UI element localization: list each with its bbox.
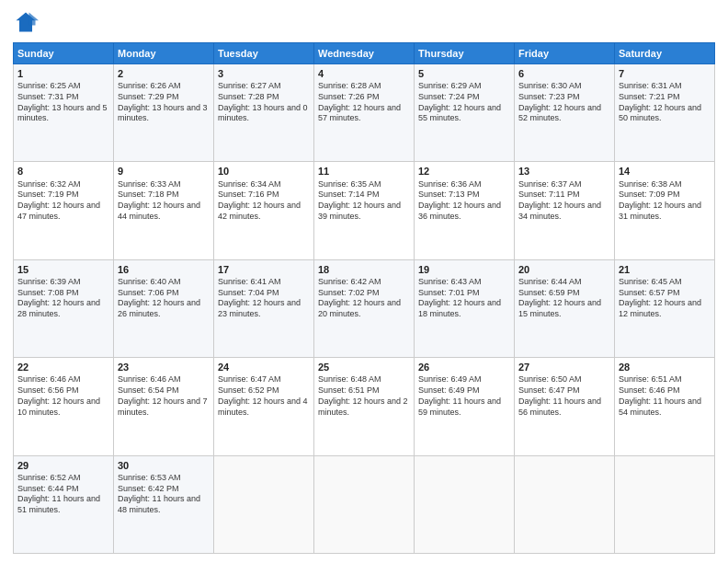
sunrise: Sunrise: 6:48 AM: [318, 374, 381, 384]
page: SundayMondayTuesdayWednesdayThursdayFrid…: [0, 0, 728, 563]
col-header-monday: Monday: [114, 43, 214, 64]
sunset: Sunset: 7:28 PM: [218, 92, 279, 101]
sunrise: Sunrise: 6:47 AM: [218, 374, 281, 384]
sunset: Sunset: 7:01 PM: [418, 288, 480, 297]
day-number: 22: [17, 361, 109, 373]
sunrise: Sunrise: 6:45 AM: [619, 277, 682, 286]
col-header-friday: Friday: [515, 43, 615, 64]
day-number: 17: [218, 263, 310, 276]
day-number: 27: [518, 361, 610, 373]
daylight: Daylight: 11 hours and 54 minutes.: [619, 396, 701, 417]
sunset: Sunset: 7:16 PM: [218, 190, 279, 199]
calendar-cell: 22Sunrise: 6:46 AMSunset: 6:56 PMDayligh…: [14, 358, 114, 455]
sunrise: Sunrise: 6:52 AM: [17, 473, 81, 482]
logo: [13, 9, 42, 35]
col-header-tuesday: Tuesday: [214, 43, 314, 64]
day-number: 21: [619, 263, 711, 276]
calendar-cell: [415, 455, 515, 553]
daylight: Daylight: 12 hours and 36 minutes.: [418, 201, 501, 221]
calendar-cell: 20Sunrise: 6:44 AMSunset: 6:59 PMDayligh…: [515, 259, 615, 357]
sunset: Sunset: 6:42 PM: [118, 484, 179, 493]
day-number: 6: [518, 67, 610, 80]
daylight: Daylight: 13 hours and 5 minutes.: [17, 103, 108, 123]
sunrise: Sunrise: 6:50 AM: [518, 374, 582, 384]
day-number: 14: [619, 165, 711, 178]
calendar-cell: 25Sunrise: 6:48 AMSunset: 6:51 PMDayligh…: [314, 358, 415, 455]
day-number: 30: [118, 459, 210, 472]
sunrise: Sunrise: 6:35 AM: [318, 179, 381, 189]
calendar-cell: 12Sunrise: 6:36 AMSunset: 7:13 PMDayligh…: [415, 162, 515, 259]
sunrise: Sunrise: 6:46 AM: [118, 374, 181, 384]
sunrise: Sunrise: 6:41 AM: [218, 277, 281, 286]
day-number: 2: [118, 67, 210, 80]
svg-marker-1: [29, 13, 40, 26]
daylight: Daylight: 12 hours and 23 minutes.: [218, 298, 301, 318]
daylight: Daylight: 12 hours and 20 minutes.: [318, 298, 401, 318]
day-number: 20: [518, 263, 610, 276]
daylight: Daylight: 12 hours and 4 minutes.: [218, 396, 308, 417]
daylight: Daylight: 11 hours and 51 minutes.: [17, 494, 100, 514]
daylight: Daylight: 11 hours and 59 minutes.: [418, 396, 501, 417]
calendar-cell: 8Sunrise: 6:32 AMSunset: 7:19 PMDaylight…: [14, 162, 114, 259]
day-number: 28: [619, 361, 711, 373]
daylight: Daylight: 12 hours and 42 minutes.: [218, 201, 301, 221]
daylight: Daylight: 12 hours and 44 minutes.: [118, 201, 200, 221]
daylight: Daylight: 13 hours and 3 minutes.: [118, 103, 208, 123]
calendar-cell: 9Sunrise: 6:33 AMSunset: 7:18 PMDaylight…: [114, 162, 214, 259]
sunrise: Sunrise: 6:31 AM: [619, 81, 682, 90]
col-header-sunday: Sunday: [14, 43, 114, 64]
sunrise: Sunrise: 6:51 AM: [619, 374, 682, 384]
day-number: 8: [17, 165, 109, 178]
calendar-cell: 6Sunrise: 6:30 AMSunset: 7:23 PMDaylight…: [515, 64, 615, 162]
calendar-cell: 7Sunrise: 6:31 AMSunset: 7:21 PMDaylight…: [615, 64, 715, 162]
day-number: 5: [418, 67, 510, 80]
sunset: Sunset: 6:46 PM: [619, 385, 680, 395]
day-number: 9: [118, 165, 210, 178]
calendar-row: 1Sunrise: 6:25 AMSunset: 7:31 PMDaylight…: [14, 64, 715, 162]
sunset: Sunset: 7:24 PM: [418, 92, 480, 101]
daylight: Daylight: 12 hours and 26 minutes.: [118, 298, 200, 318]
calendar-cell: 27Sunrise: 6:50 AMSunset: 6:47 PMDayligh…: [515, 358, 615, 455]
sunset: Sunset: 7:04 PM: [218, 288, 279, 297]
daylight: Daylight: 12 hours and 15 minutes.: [518, 298, 601, 318]
day-number: 10: [218, 165, 310, 178]
sunrise: Sunrise: 6:49 AM: [418, 374, 482, 384]
day-number: 7: [619, 67, 711, 80]
calendar-cell: 2Sunrise: 6:26 AMSunset: 7:29 PMDaylight…: [114, 64, 214, 162]
daylight: Daylight: 11 hours and 56 minutes.: [518, 396, 601, 417]
calendar-cell: [615, 455, 715, 553]
sunrise: Sunrise: 6:28 AM: [318, 81, 381, 90]
sunset: Sunset: 7:09 PM: [619, 190, 680, 199]
col-header-saturday: Saturday: [615, 43, 715, 64]
sunrise: Sunrise: 6:36 AM: [418, 179, 482, 189]
calendar-cell: 10Sunrise: 6:34 AMSunset: 7:16 PMDayligh…: [214, 162, 314, 259]
day-number: 1: [17, 67, 109, 80]
sunset: Sunset: 7:11 PM: [518, 190, 580, 199]
calendar-cell: 17Sunrise: 6:41 AMSunset: 7:04 PMDayligh…: [214, 259, 314, 357]
calendar-cell: 28Sunrise: 6:51 AMSunset: 6:46 PMDayligh…: [615, 358, 715, 455]
day-number: 19: [418, 263, 510, 276]
daylight: Daylight: 12 hours and 18 minutes.: [418, 298, 501, 318]
daylight: Daylight: 12 hours and 2 minutes.: [318, 396, 408, 417]
day-number: 12: [418, 165, 510, 178]
day-number: 15: [17, 263, 109, 276]
calendar-cell: 30Sunrise: 6:53 AMSunset: 6:42 PMDayligh…: [114, 455, 214, 553]
sunrise: Sunrise: 6:33 AM: [118, 179, 181, 189]
sunrise: Sunrise: 6:46 AM: [17, 374, 81, 384]
sunset: Sunset: 7:18 PM: [118, 190, 179, 199]
sunrise: Sunrise: 6:37 AM: [518, 179, 582, 189]
sunset: Sunset: 7:08 PM: [17, 288, 79, 297]
calendar-cell: 5Sunrise: 6:29 AMSunset: 7:24 PMDaylight…: [415, 64, 515, 162]
daylight: Daylight: 12 hours and 47 minutes.: [17, 201, 100, 221]
day-number: 24: [218, 361, 310, 373]
sunrise: Sunrise: 6:30 AM: [518, 81, 582, 90]
calendar-cell: [515, 455, 615, 553]
day-number: 11: [318, 165, 410, 178]
sunset: Sunset: 7:31 PM: [17, 92, 79, 101]
day-number: 25: [318, 361, 410, 373]
daylight: Daylight: 12 hours and 39 minutes.: [318, 201, 401, 221]
sunset: Sunset: 6:51 PM: [318, 385, 380, 395]
sunset: Sunset: 7:06 PM: [118, 288, 179, 297]
daylight: Daylight: 12 hours and 57 minutes.: [318, 103, 401, 123]
calendar-cell: 23Sunrise: 6:46 AMSunset: 6:54 PMDayligh…: [114, 358, 214, 455]
